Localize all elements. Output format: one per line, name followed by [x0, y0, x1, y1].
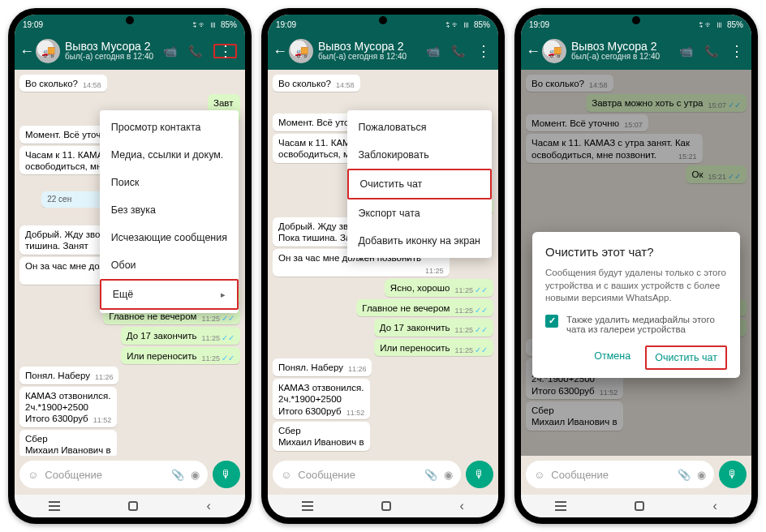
chat-body: Во сколько?14:58 Момент. Всё уточн Часам…	[268, 70, 498, 456]
more-options-icon[interactable]: ⋮	[476, 45, 490, 57]
menu-add-shortcut[interactable]: Добавить иконку на экран	[347, 227, 492, 255]
phone-frame-3: 19:09 ⇆ ᯤ ⫴ 85% ← 🚚 Вывоз Мусора 2 был(-…	[514, 8, 758, 524]
avatar[interactable]: 🚚	[289, 39, 313, 63]
menu-view-contact[interactable]: Просмотр контакта	[100, 114, 239, 141]
camera-notch	[126, 16, 134, 24]
header-text[interactable]: Вывоз Мусора 2 был(-а) сегодня в 12:40	[65, 41, 163, 61]
nav-back-icon[interactable]: ‹	[460, 499, 464, 513]
dialog-confirm-button[interactable]: Очистить чат	[645, 345, 727, 370]
message-in[interactable]: Сбер Михаил Иванович в	[19, 430, 117, 456]
header-text[interactable]: Вывоз Мусора 2 был(-а) сегодня в 12:40	[318, 41, 426, 61]
status-right: ⇆ ᯤ ⫴ 85%	[192, 20, 237, 29]
message-in[interactable]: Понял. Наберу11:26	[19, 367, 118, 384]
message-out[interactable]: Главное не вечером11:25✓✓	[356, 299, 493, 317]
status-time: 19:09	[23, 20, 43, 29]
mic-button[interactable]: 🎙	[466, 461, 493, 488]
back-icon[interactable]: ←	[273, 43, 287, 60]
message-in[interactable]: КАМАЗ отзвонился. 2ч.*1900+2500 Итого 63…	[19, 387, 117, 427]
nav-back-icon[interactable]: ‹	[207, 499, 211, 513]
menu-block[interactable]: Заблокировать	[347, 141, 492, 169]
video-call-icon[interactable]: 📹	[679, 45, 693, 58]
camera-icon[interactable]: ◉	[191, 469, 200, 481]
attach-icon[interactable]: 📎	[424, 469, 437, 481]
nav-home-icon[interactable]	[381, 501, 391, 511]
attach-icon[interactable]: 📎	[171, 469, 184, 481]
menu-wallpaper[interactable]: Обои	[100, 251, 239, 279]
nav-recents-icon[interactable]	[49, 505, 60, 507]
camera-icon[interactable]: ◉	[697, 469, 706, 481]
header-text[interactable]: Вывоз Мусора 2 был(-а) сегодня в 12:40	[571, 41, 679, 61]
chat-header: ← 🚚 Вывоз Мусора 2 был(-а) сегодня в 12:…	[268, 34, 498, 70]
menu-disappearing[interactable]: Исчезающие сообщения	[100, 224, 239, 251]
message-in[interactable]: Во сколько?14:58	[273, 75, 360, 92]
voice-call-icon[interactable]: 📞	[188, 45, 202, 58]
header-actions: 📹 📞 ⋮	[426, 45, 493, 58]
dialog-body: Сообщения будут удалены только с этого у…	[545, 267, 727, 305]
screen-1: 19:09 ⇆ ᯤ ⫴ 85% ← 🚚 Вывоз Мусора 2 был(-…	[15, 15, 245, 517]
message-input[interactable]: ☺ Сообщение 📎 ◉	[19, 461, 208, 488]
phone-frame-2: 19:09 ⇆ ᯤ ⫴ 85% ← 🚚 Вывоз Мусора 2 был(-…	[261, 8, 505, 524]
voice-call-icon[interactable]: 📞	[704, 45, 718, 58]
nav-back-icon[interactable]: ‹	[713, 499, 717, 513]
message-in[interactable]: Понял. Наберу11:26	[273, 358, 372, 375]
chevron-right-icon: ▸	[221, 290, 226, 300]
input-bar: ☺ Сообщение 📎 ◉ 🎙	[521, 456, 751, 495]
menu-report[interactable]: Пожаловаться	[347, 114, 492, 141]
emoji-icon[interactable]: ☺	[28, 469, 38, 481]
clear-chat-dialog: Очистить этот чат? Сообщения будут удале…	[532, 232, 740, 378]
message-input[interactable]: ☺ Сообщение 📎 ◉	[526, 461, 714, 488]
nav-home-icon[interactable]	[635, 501, 644, 511]
more-options-icon[interactable]: ⋮	[729, 45, 743, 57]
menu-media[interactable]: Медиа, ссылки и докум.	[100, 141, 239, 169]
chat-title: Вывоз Мусора 2	[318, 41, 426, 53]
message-in[interactable]: Во сколько?14:58	[19, 75, 107, 92]
header-actions: 📹 📞 ⋮	[163, 44, 240, 58]
message-in[interactable]: Момент. Всё уточн	[19, 126, 112, 143]
input-bar: ☺ Сообщение 📎 ◉ 🎙	[268, 456, 498, 495]
mic-button[interactable]: 🎙	[213, 461, 240, 488]
attach-icon[interactable]: 📎	[678, 469, 691, 481]
avatar[interactable]: 🚚	[36, 39, 60, 63]
status-time: 19:09	[276, 20, 296, 29]
system-navbar: ‹	[268, 495, 498, 517]
message-out[interactable]: До 17 закончить11:25✓✓	[121, 327, 240, 345]
message-input[interactable]: ☺ Сообщение 📎 ◉	[273, 461, 461, 488]
dialog-checkbox-row[interactable]: ✓ Также удалить медиафайлы этого чата из…	[545, 315, 727, 334]
dialog-title: Очистить этот чат?	[545, 245, 727, 259]
mic-icon: 🎙	[727, 468, 738, 481]
nav-home-icon[interactable]	[128, 501, 138, 511]
avatar[interactable]: 🚚	[542, 39, 566, 63]
video-call-icon[interactable]: 📹	[163, 45, 177, 58]
dialog-cancel-button[interactable]: Отмена	[586, 345, 639, 370]
menu-mute[interactable]: Без звука	[100, 196, 239, 224]
message-in[interactable]: КАМАЗ отзвонился. 2ч.*1900+2500 Итого 63…	[273, 379, 370, 419]
message-out[interactable]: Или переносить11:25✓✓	[374, 339, 493, 357]
checkbox-icon[interactable]: ✓	[545, 315, 558, 328]
emoji-icon[interactable]: ☺	[281, 469, 291, 481]
status-time: 19:09	[529, 20, 549, 29]
emoji-icon[interactable]: ☺	[534, 469, 544, 481]
message-out[interactable]: До 17 закончить11:25✓✓	[374, 319, 493, 337]
screen-2: 19:09 ⇆ ᯤ ⫴ 85% ← 🚚 Вывоз Мусора 2 был(-…	[268, 15, 498, 517]
nav-recents-icon[interactable]	[555, 505, 566, 507]
chat-body: Во сколько?14:58 Завтра можно хоть с утр…	[521, 70, 751, 456]
menu-clear-chat[interactable]: Очистить чат	[347, 169, 492, 200]
message-in[interactable]: Сбер Михаил Иванович в	[273, 422, 370, 451]
nav-recents-icon[interactable]	[302, 505, 313, 507]
mic-button[interactable]: 🎙	[719, 461, 747, 488]
menu-export-chat[interactable]: Экспорт чата	[347, 200, 492, 227]
more-options-icon[interactable]: ⋮	[213, 44, 237, 58]
voice-call-icon[interactable]: 📞	[451, 45, 465, 58]
back-icon[interactable]: ←	[526, 43, 540, 60]
camera-notch	[379, 16, 387, 24]
menu-search[interactable]: Поиск	[100, 169, 239, 196]
message-out[interactable]: Ясно, хорошо11:25✓✓	[385, 279, 493, 297]
status-right: ⇆ ᯤ ⫴ 85%	[699, 20, 743, 29]
input-placeholder: Сообщение	[298, 469, 355, 481]
message-out[interactable]: Или переносить11:25✓✓	[121, 347, 240, 365]
back-icon[interactable]: ←	[19, 43, 34, 60]
video-call-icon[interactable]: 📹	[426, 45, 440, 58]
menu-more[interactable]: Ещё▸	[100, 279, 239, 310]
camera-notch	[632, 16, 640, 24]
camera-icon[interactable]: ◉	[444, 469, 453, 481]
